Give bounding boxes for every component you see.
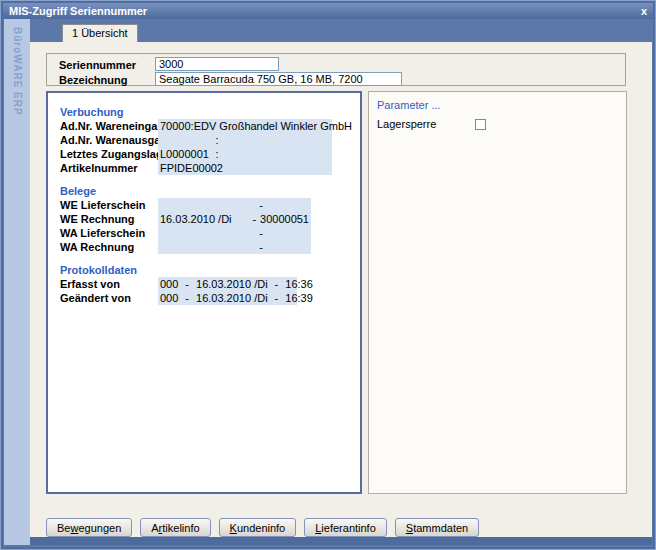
field-label: WE Rechnung <box>58 212 158 226</box>
value-dash: - <box>185 277 189 291</box>
value-code: 70000 <box>160 119 191 133</box>
field-value: L0000001: <box>158 147 332 161</box>
value-date <box>160 240 255 254</box>
value-number <box>267 240 309 254</box>
header-fieldset: Seriennummer Bezeichnung <box>46 53 626 86</box>
button-lieferantinfo[interactable]: Lieferantinfo <box>304 518 387 537</box>
field-label: WA Lieferschein <box>58 226 158 240</box>
value-code: L0000001 <box>160 147 210 161</box>
field-value: - <box>158 240 311 254</box>
parameter-title: Parameter ... <box>377 98 618 112</box>
field-row-ad-nr-warenausgang: Ad.Nr. Warenausgang: <box>58 133 360 147</box>
value-date <box>160 226 255 240</box>
value-colon <box>210 161 224 175</box>
bezeichnung-input[interactable] <box>155 72 402 86</box>
field-value: - <box>158 198 311 212</box>
field-label: Erfasst von <box>58 277 158 291</box>
value-colon: : <box>210 133 224 147</box>
value-date <box>160 198 255 212</box>
value-date: 16.03.2010 /Di <box>196 277 268 291</box>
value-date: 16.03.2010 /Di <box>160 212 249 226</box>
value-text: EDV Großhandel Winkler GmbH <box>194 119 352 133</box>
value-dash: - <box>249 212 260 226</box>
value-dash: - <box>275 291 279 305</box>
parameter-panel: Parameter ... Lagersperre <box>368 91 627 494</box>
value-number: 30000051 <box>260 212 309 226</box>
seriennummer-label: Seriennummer <box>59 59 136 71</box>
field-label: Letztes Zugangslager <box>58 147 158 161</box>
status-band <box>30 537 652 545</box>
value-dash: - <box>275 277 279 291</box>
field-value: 70000:EDV Großhandel Winkler GmbH <box>158 119 332 133</box>
value-date: 16.03.2010 /Di <box>196 291 268 305</box>
detail-panel: Verbuchung Ad.Nr. Wareneingang70000:EDV … <box>46 91 362 494</box>
value-text <box>224 133 330 147</box>
field-value: 16.03.2010 /Di-30000051 <box>158 212 311 226</box>
field-row-wa-lieferschein: WA Lieferschein- <box>58 226 360 240</box>
close-icon[interactable]: x <box>633 4 647 18</box>
button-stammdaten[interactable]: Stammdaten <box>395 518 479 537</box>
value-number <box>267 226 309 240</box>
field-label: WA Rechnung <box>58 240 158 254</box>
button-kundeninfo[interactable]: Kundeninfo <box>219 518 297 537</box>
value-code: FPIDE00002 <box>160 161 210 175</box>
section-verbuchung: Verbuchung Ad.Nr. Wareneingang70000:EDV … <box>58 105 360 175</box>
field-row-artikelnummer: ArtikelnummerFPIDE00002 <box>58 161 360 175</box>
field-row-we-rechnung: WE Rechnung16.03.2010 /Di-30000051 <box>58 212 360 226</box>
value-text <box>224 147 330 161</box>
field-label: Geändert von <box>58 291 158 305</box>
section-belege: Belege WE Lieferschein-WE Rechnung16.03.… <box>58 184 360 254</box>
field-value: : <box>158 133 332 147</box>
lagersperre-label: Lagersperre <box>377 118 475 130</box>
brand-strip: BüroWARE ERP <box>4 19 30 545</box>
parameter-items: Lagersperre <box>377 117 618 131</box>
value-colon: : <box>210 147 224 161</box>
belege-title: Belege <box>58 184 360 198</box>
content-area: Seriennummer Bezeichnung Verbuchung Ad.N… <box>30 42 652 537</box>
field-label: WE Lieferschein <box>58 198 158 212</box>
field-value: 000-16.03.2010 /Di-16:36 <box>158 277 297 291</box>
field-label: Ad.Nr. Warenausgang <box>58 133 158 147</box>
field-row-wa-rechnung: WA Rechnung- <box>58 240 360 254</box>
title-bar: MIS-Zugriff Seriennummer x <box>3 3 653 19</box>
field-value: - <box>158 226 311 240</box>
value-dash: - <box>185 291 189 305</box>
button-bewegungen[interactable]: Bewegungen <box>46 518 132 537</box>
parameter-item-lagersperre: Lagersperre <box>377 117 618 131</box>
value-text <box>224 161 330 175</box>
value-number <box>267 198 309 212</box>
tab-uebersicht[interactable]: 1 Übersicht <box>62 24 138 42</box>
value-dash: - <box>255 198 267 212</box>
seriennummer-input[interactable] <box>155 57 279 71</box>
value-user: 000 <box>160 291 178 305</box>
value-user: 000 <box>160 277 178 291</box>
belege-rows: WE Lieferschein-WE Rechnung16.03.2010 /D… <box>58 198 360 254</box>
field-row-we-lieferschein: WE Lieferschein- <box>58 198 360 212</box>
lagersperre-checkbox[interactable] <box>475 119 486 130</box>
value-dash: - <box>255 226 267 240</box>
brand-text: BüroWARE ERP <box>12 19 23 545</box>
verbuchung-title: Verbuchung <box>58 105 360 119</box>
field-value: 000-16.03.2010 /Di-16:39 <box>158 291 297 305</box>
protokolldaten-rows: Erfasst von000-16.03.2010 /Di-16:36Geänd… <box>58 277 360 305</box>
footer-button-bar: BewegungenArtikelinfoKundeninfoLieferant… <box>46 518 479 537</box>
field-row-ad-nr-wareneingang: Ad.Nr. Wareneingang70000:EDV Großhandel … <box>58 119 360 133</box>
window-title: MIS-Zugriff Seriennummer <box>9 5 147 17</box>
verbuchung-rows: Ad.Nr. Wareneingang70000:EDV Großhandel … <box>58 119 360 175</box>
value-time: 16:39 <box>285 291 313 305</box>
field-row-erfasst-von: Erfasst von000-16.03.2010 /Di-16:36 <box>58 277 360 291</box>
field-label: Ad.Nr. Wareneingang <box>58 119 158 133</box>
bezeichnung-label: Bezeichnung <box>59 74 127 86</box>
field-row-ge-ndert-von: Geändert von000-16.03.2010 /Di-16:39 <box>58 291 360 305</box>
value-time: 16:36 <box>285 277 313 291</box>
section-protokolldaten: Protokolldaten Erfasst von000-16.03.2010… <box>58 263 360 305</box>
field-row-letztes-zugangslager: Letztes ZugangslagerL0000001: <box>58 147 360 161</box>
button-artikelinfo[interactable]: Artikelinfo <box>140 518 210 537</box>
field-label: Artikelnummer <box>58 161 158 175</box>
value-dash: - <box>255 240 267 254</box>
mis-dialog-window: MIS-Zugriff Seriennummer x BüroWARE ERP … <box>0 0 656 550</box>
protokolldaten-title: Protokolldaten <box>58 263 360 277</box>
field-value: FPIDE00002 <box>158 161 332 175</box>
value-code <box>160 133 210 147</box>
